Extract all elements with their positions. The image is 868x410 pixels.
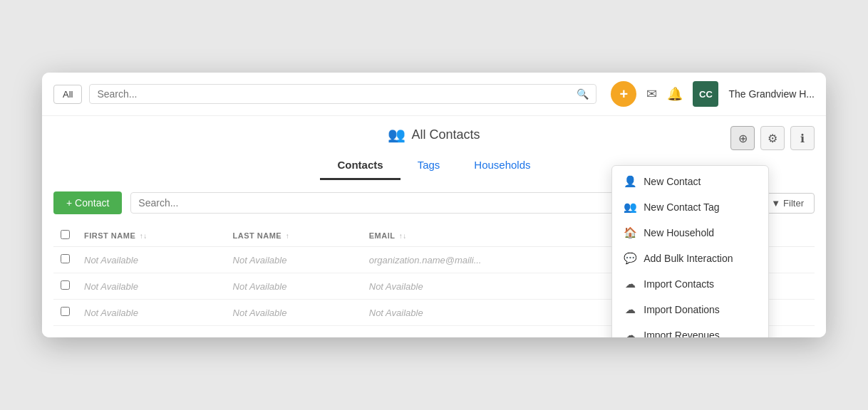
- row-checkbox[interactable]: [61, 307, 70, 316]
- page-title-text: All Contacts: [411, 127, 480, 142]
- import-contacts-icon: ☁: [624, 278, 636, 290]
- tab-contacts[interactable]: Contacts: [320, 152, 400, 180]
- global-search-input[interactable]: [97, 88, 571, 100]
- cell-email: Not Available: [362, 273, 605, 300]
- org-name: The Grandview H...: [728, 88, 815, 100]
- row-checkbox[interactable]: [61, 254, 70, 263]
- main-window: All 🔍 + ✉ 🔔 CC The Grandview H... 👥 All …: [42, 73, 826, 337]
- cell-first-name: Not Available: [77, 247, 226, 273]
- cell-last-name: Not Available: [226, 247, 362, 273]
- avatar[interactable]: CC: [693, 81, 718, 107]
- new-contact-icon: 👤: [624, 175, 636, 188]
- filter-icon: ▼: [771, 198, 780, 209]
- tab-households[interactable]: Households: [457, 152, 547, 180]
- sort-icon-email: ↑↓: [399, 232, 407, 240]
- menu-item-new-household[interactable]: 🏠 New Household: [612, 220, 768, 246]
- row-checkbox[interactable]: [61, 280, 70, 290]
- row-checkbox-cell: [53, 300, 77, 326]
- menu-item-new-contact-tag-label: New Contact Tag: [644, 201, 719, 213]
- col-email[interactable]: EMAIL ↑↓: [362, 224, 605, 247]
- top-bar: All 🔍 + ✉ 🔔 CC The Grandview H...: [42, 73, 826, 116]
- cell-email: Not Available: [362, 300, 605, 326]
- import-donations-icon: ☁: [624, 303, 636, 316]
- top-actions: + ✉ 🔔 CC The Grandview H...: [611, 81, 815, 107]
- page-title: 👥 All Contacts: [388, 126, 480, 143]
- menu-item-import-revenues[interactable]: ☁ Import Revenues: [612, 322, 768, 337]
- sub-header-actions: ⊕ ⚙ ℹ: [730, 126, 815, 150]
- cell-email: organization.name@maili...: [362, 247, 605, 273]
- row-checkbox-cell: [53, 273, 77, 300]
- select-all-col: [53, 224, 77, 247]
- sort-icon-last: ↑: [286, 232, 290, 240]
- new-contact-tag-icon: 👥: [624, 201, 636, 214]
- col-last-name[interactable]: LAST NAME ↑: [226, 224, 362, 247]
- menu-item-add-bulk-interaction[interactable]: 💬 Add Bulk Interaction: [612, 246, 768, 271]
- menu-item-import-contacts-label: Import Contacts: [644, 278, 714, 290]
- settings-icon-button[interactable]: ⚙: [760, 126, 785, 150]
- menu-item-import-donations-label: Import Donations: [644, 304, 720, 315]
- sort-icon-first: ↑↓: [140, 232, 148, 240]
- cell-first-name: Not Available: [77, 300, 226, 326]
- cell-first-name: Not Available: [77, 273, 226, 300]
- people-icon: 👥: [388, 126, 405, 143]
- menu-item-new-household-label: New Household: [644, 227, 714, 238]
- cell-last-name: Not Available: [226, 273, 362, 300]
- new-household-icon: 🏠: [624, 226, 636, 239]
- col-first-name[interactable]: FIRST NAME ↑↓: [77, 224, 226, 247]
- bulk-interaction-icon: 💬: [624, 252, 636, 265]
- select-all-checkbox[interactable]: [61, 230, 70, 239]
- cell-last-name: Not Available: [226, 300, 362, 326]
- add-contact-button[interactable]: + Contact: [53, 191, 122, 214]
- all-button[interactable]: All: [53, 85, 82, 104]
- menu-item-import-donations[interactable]: ☁ Import Donations: [612, 297, 768, 322]
- menu-item-add-bulk-interaction-label: Add Bulk Interaction: [644, 253, 733, 264]
- search-icon: 🔍: [577, 88, 589, 100]
- menu-item-import-revenues-label: Import Revenues: [644, 330, 720, 337]
- bell-icon[interactable]: 🔔: [667, 86, 683, 102]
- menu-item-new-contact-tag[interactable]: 👥 New Contact Tag: [612, 194, 768, 220]
- info-icon-button[interactable]: ℹ: [790, 126, 815, 150]
- dropdown-menu: 👤 New Contact 👥 New Contact Tag 🏠 New Ho…: [611, 165, 769, 337]
- global-search-bar: 🔍: [89, 84, 596, 104]
- row-checkbox-cell: [53, 247, 77, 273]
- menu-item-import-contacts[interactable]: ☁ Import Contacts: [612, 271, 768, 297]
- filter-label: Filter: [783, 198, 804, 209]
- add-icon-button[interactable]: ⊕: [730, 126, 755, 150]
- add-new-button[interactable]: +: [611, 81, 636, 107]
- tab-tags[interactable]: Tags: [401, 152, 458, 180]
- menu-item-new-contact-label: New Contact: [644, 176, 701, 187]
- menu-item-new-contact[interactable]: 👤 New Contact: [612, 169, 768, 194]
- import-revenues-icon: ☁: [624, 329, 636, 337]
- mail-icon[interactable]: ✉: [646, 86, 657, 102]
